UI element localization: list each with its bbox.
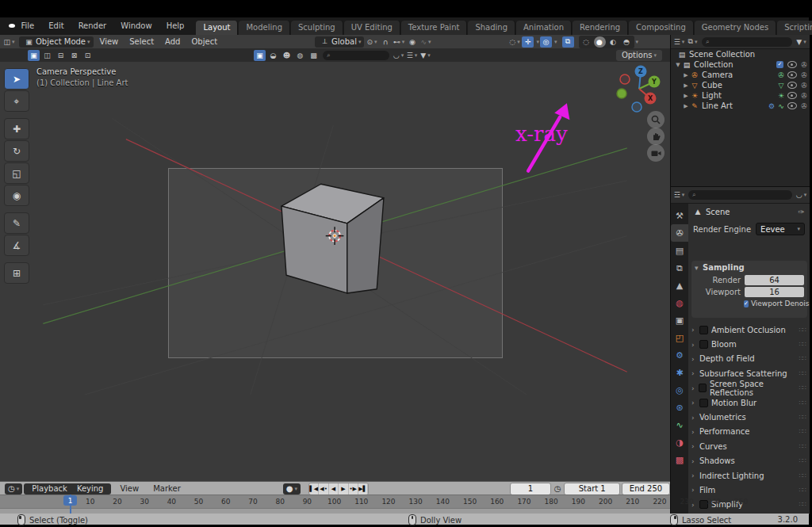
menu-item[interactable]: Window — [113, 17, 159, 35]
viewport-menu-item[interactable]: Add — [159, 37, 186, 46]
filter-toggle-2[interactable]: ◒ — [267, 50, 279, 61]
filter-toggle-3[interactable]: ☻ — [281, 50, 293, 61]
timeline-dropdown[interactable]: Keying — [72, 484, 109, 493]
disable-in-renders-icon[interactable]: ✇ — [799, 61, 810, 69]
overlays-caret-icon[interactable]: ▾ — [554, 39, 557, 45]
section-header[interactable]: › Bloom ∷∷ — [688, 337, 810, 351]
jump-to-end-button[interactable]: ▶▌ — [358, 483, 368, 495]
hide-in-viewport-icon[interactable] — [787, 102, 797, 109]
tab-scene[interactable]: ▲ — [671, 277, 688, 294]
section-checkbox[interactable] — [699, 384, 707, 392]
drag-handle-icon[interactable]: ∷∷ — [799, 443, 806, 450]
menu-item[interactable]: Render — [71, 17, 114, 35]
move-view-button[interactable] — [647, 128, 665, 145]
tab-physics[interactable]: ◎ — [671, 381, 688, 399]
workspace-tab[interactable]: Sculpting — [291, 21, 343, 35]
tab-tool[interactable]: ⚒ — [671, 207, 688, 224]
next-keyframe-button[interactable]: •▶ — [349, 483, 358, 495]
disable-in-renders-icon[interactable]: ✇ — [799, 82, 810, 90]
timeline-ruler[interactable]: 1020304050607080901001101201301401501601… — [0, 495, 670, 509]
tool-measure[interactable]: ∡ — [4, 235, 29, 256]
outliner-filter-id-icon[interactable]: ⧉▾ — [687, 36, 699, 48]
prev-keyframe-button[interactable]: ◀• — [319, 483, 328, 495]
workspace-tab[interactable]: Modeling — [239, 21, 290, 35]
tab-data[interactable]: ∿ — [671, 416, 688, 433]
collection-label[interactable]: Collection — [691, 60, 776, 69]
pin-icon[interactable]: ✑ — [799, 208, 805, 216]
proportional-falloff-icon[interactable]: ∿▾ — [419, 36, 431, 48]
object-type-visibility-icon[interactable]: ◌▾ — [508, 36, 520, 48]
object-name[interactable]: Line Art — [699, 101, 767, 110]
menu-item[interactable]: File — [14, 17, 42, 35]
disable-in-renders-icon[interactable]: ✇ — [799, 102, 810, 110]
gizmo-caret-icon[interactable]: ▾ — [536, 39, 539, 45]
drag-handle-icon[interactable]: ∷∷ — [799, 327, 806, 334]
workspace-tab[interactable]: UV Editing — [344, 21, 400, 35]
tool-move[interactable]: ✚ — [4, 118, 29, 139]
timeline-editor-type-icon[interactable]: ◷▾ — [5, 483, 22, 495]
outliner-object-row[interactable]: ▶ ✇ Camera ✇ ✇ — [671, 70, 810, 80]
expand-icon[interactable]: ▶ — [682, 93, 690, 99]
select-mode-subtract[interactable]: ⊟ — [55, 50, 67, 61]
outliner-object-row[interactable]: ▶ ✎ Line Art ⚙ ∿ ✇ — [671, 101, 810, 111]
menu-item[interactable]: Help — [159, 17, 192, 35]
pivot-point-icon[interactable]: ⊙▾ — [366, 36, 377, 48]
list-options-icon[interactable]: ☰▾ — [406, 50, 418, 61]
timeline-menu-item[interactable]: View — [113, 484, 146, 493]
select-mode-intersect[interactable]: ⊡ — [82, 50, 94, 61]
drag-handle-icon[interactable]: ∷∷ — [799, 472, 806, 479]
collapse-icon[interactable]: ▼ — [674, 62, 682, 68]
use-preview-range-icon[interactable]: ◷ — [554, 484, 561, 493]
section-checkbox[interactable] — [699, 340, 708, 349]
section-checkbox[interactable] — [699, 326, 708, 334]
tool-add-cube[interactable]: ⊞ — [4, 262, 29, 284]
drag-handle-icon[interactable]: ∷∷ — [799, 428, 806, 435]
show-gizmo-icon[interactable]: ✛ — [522, 36, 534, 48]
collection-checkbox[interactable]: ✓ — [776, 61, 783, 68]
filter-toggle-1[interactable]: ▣ — [254, 50, 266, 61]
filter-funnel-icon[interactable]: ▼▾ — [419, 50, 431, 61]
toggle-camera-view-button[interactable] — [647, 144, 665, 162]
tool-annotate[interactable]: ✎ — [4, 212, 29, 234]
collection-row[interactable]: ▼ ▤ Collection ✓ ✇ — [671, 59, 810, 70]
auto-keying-button[interactable]: ●▾ — [283, 483, 301, 495]
jump-to-start-button[interactable]: ▌◀ — [309, 483, 319, 495]
workspace-tab[interactable]: Scripting — [777, 21, 812, 35]
viewport-menu-item[interactable]: Object — [186, 37, 223, 46]
scene-collection-row[interactable]: ▤ Scene Collection — [671, 49, 810, 59]
play-reverse-button[interactable]: ◀ — [329, 483, 339, 495]
section-header[interactable]: › Volumetrics ∷∷ — [688, 410, 810, 424]
select-mode-extend[interactable]: ◫ — [41, 50, 53, 61]
header-search-input[interactable]: ⌕ — [323, 51, 389, 60]
tab-world[interactable]: ◍ — [671, 294, 688, 311]
outliner-funnel-icon[interactable]: ▼▾ — [795, 36, 807, 48]
tab-material[interactable]: ◑ — [671, 433, 688, 451]
filter-toggle-5[interactable]: ▩ — [308, 50, 320, 61]
playhead-frame-badge[interactable]: 1 — [63, 495, 77, 506]
shading-rendered[interactable]: ◓ — [621, 36, 633, 48]
viewport-menu-item[interactable]: Select — [124, 37, 159, 46]
workspace-tab[interactable]: Texture Paint — [401, 21, 468, 35]
outliner-display-mode-icon[interactable]: ☰▾ — [673, 36, 685, 48]
properties-search-input[interactable]: ⌕ — [688, 190, 792, 200]
frame-end-field[interactable]: End 250 — [622, 483, 670, 495]
select-mode-invert[interactable]: ⊠ — [68, 50, 80, 61]
expand-icon[interactable]: ▶ — [682, 72, 690, 78]
section-header[interactable]: › Film ∷∷ — [688, 483, 810, 497]
drag-handle-icon[interactable]: ∷∷ — [799, 355, 806, 362]
timeline-dropdown[interactable]: Playback — [27, 484, 72, 493]
workspace-tab[interactable]: Layout — [196, 21, 238, 35]
tab-object[interactable]: ◰ — [671, 329, 688, 346]
snap-magnet-icon[interactable]: ∩ — [379, 36, 391, 48]
viewport-samples-field[interactable]: 16 — [745, 287, 804, 297]
tool-cursor[interactable]: ⌖ — [4, 90, 29, 112]
properties-options-icon[interactable]: ◡▾ — [795, 189, 807, 200]
transform-orientation-dropdown[interactable]: ⟂ Global ▾ — [315, 36, 364, 48]
mode-dropdown[interactable]: ▣ Object Mode ▾ — [19, 36, 94, 48]
drag-handle-icon[interactable]: ∷∷ — [799, 501, 806, 508]
disable-in-renders-icon[interactable]: ✇ — [799, 71, 810, 79]
outliner-object-row[interactable]: ▶ ☀ Light ☀ ✇ — [671, 90, 810, 101]
drag-handle-icon[interactable]: ∷∷ — [799, 399, 806, 407]
play-button[interactable]: ▶ — [339, 483, 348, 495]
workspace-tab[interactable]: Animation — [516, 21, 572, 35]
